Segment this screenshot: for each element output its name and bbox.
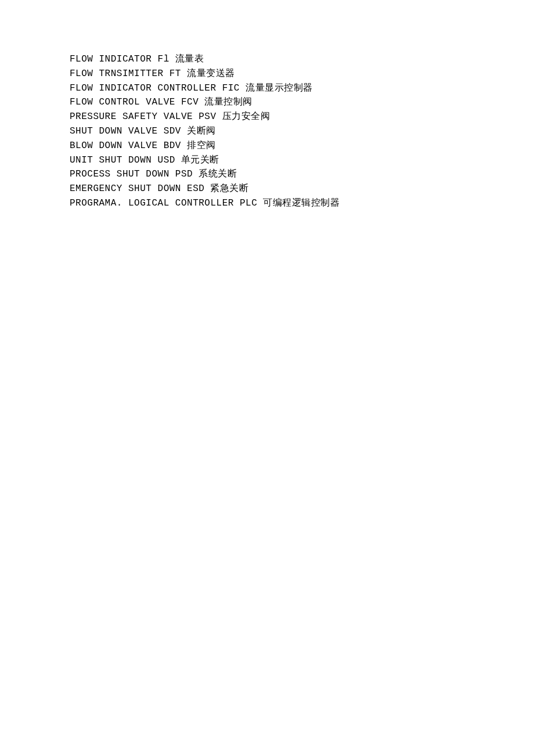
glossary-line: SHUT DOWN VALVE SDV 关断阀 xyxy=(70,124,534,139)
glossary-line: BLOW DOWN VALVE BDV 排空阀 xyxy=(70,139,534,153)
glossary-line: FLOW CONTROL VALVE FCV 流量控制阀 xyxy=(70,95,534,110)
glossary-line: FLOW INDICATOR Fl 流量表 xyxy=(70,52,534,67)
glossary-line: PRESSURE SAFETY VALVE PSV 压力安全阀 xyxy=(70,110,534,124)
glossary-line: UNIT SHUT DOWN USD 单元关断 xyxy=(70,153,534,168)
glossary-line: EMERGENCY SHUT DOWN ESD 紧急关断 xyxy=(70,182,534,196)
glossary-line: PROCESS SHUT DOWN PSD 系统关断 xyxy=(70,167,534,182)
glossary-line: FLOW INDICATOR CONTROLLER FIC 流量显示控制器 xyxy=(70,81,534,96)
glossary-line: FLOW TRNSIMITTER FT 流量变送器 xyxy=(70,67,534,81)
document-body: FLOW INDICATOR Fl 流量表 FLOW TRNSIMITTER F… xyxy=(70,52,534,211)
glossary-line: PROGRAMA. LOGICAL CONTROLLER PLC 可编程逻辑控制… xyxy=(70,196,534,211)
